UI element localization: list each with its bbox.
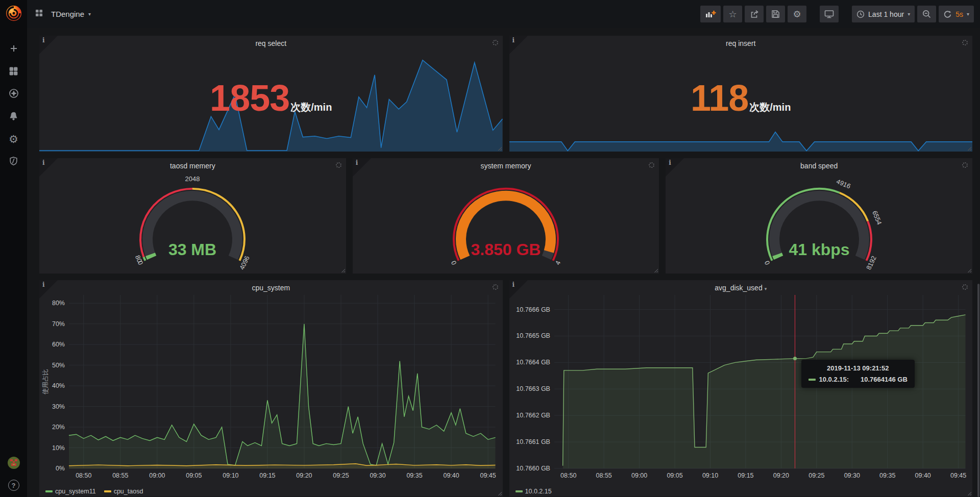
navbar-right: ☆ ⚙ Last 1 hour ▾ 5s ▾ <box>700 6 974 22</box>
svg-text:10.7660 GB: 10.7660 GB <box>516 465 550 472</box>
panel-resize-handle[interactable] <box>967 268 971 272</box>
dashboard-title-dropdown[interactable]: TDengine ▾ <box>48 9 94 19</box>
cycle-view-button[interactable] <box>820 6 839 22</box>
system-memory-gauge: 043.850 GB <box>419 170 593 271</box>
dashboard-grid-icon <box>35 9 43 19</box>
dashboard-title: TDengine <box>51 10 84 18</box>
save-icon <box>771 10 780 18</box>
legend-item[interactable]: cpu_taosd <box>104 488 143 495</box>
share-icon <box>750 10 759 18</box>
req-select-unit: 次数/min <box>290 101 332 114</box>
navbar: TDengine ▾ ☆ ⚙ Last 1 hour ▾ 5s ▾ <box>27 0 980 28</box>
legend-item[interactable]: 10.0.2.15 <box>516 488 552 495</box>
legend-item[interactable]: cpu_system11 <box>45 488 96 495</box>
svg-text:0: 0 <box>450 260 458 266</box>
band-speed-gauge: 049166554819241 kbps <box>732 170 906 271</box>
grafana-logo[interactable] <box>5 5 22 24</box>
add-panel-button[interactable] <box>700 6 721 22</box>
refresh-icon <box>943 10 952 18</box>
svg-text:09:00: 09:00 <box>631 472 647 479</box>
svg-text:6554: 6554 <box>871 210 884 226</box>
svg-text:10.7665 GB: 10.7665 GB <box>516 332 550 339</box>
svg-text:70%: 70% <box>52 320 65 328</box>
svg-text:10.7664 GB: 10.7664 GB <box>516 359 550 366</box>
panel-title[interactable]: req insert <box>509 36 973 47</box>
svg-text:09:40: 09:40 <box>915 472 930 479</box>
svg-text:3.850 GB: 3.850 GB <box>471 240 541 258</box>
svg-text:20%: 20% <box>52 424 65 431</box>
svg-text:09:15: 09:15 <box>259 472 275 479</box>
legend-swatch <box>516 490 523 492</box>
compass-icon <box>9 88 19 101</box>
cpu-system-legend: cpu_system11 cpu_taosd <box>45 488 143 495</box>
user-avatar[interactable] <box>7 456 20 471</box>
tooltip-series-label: 10.0.2.15: <box>819 376 849 383</box>
panel-avg-disk-used: i avg_disk_used▾ 08:5008:5509:0009:0509:… <box>509 280 973 496</box>
svg-text:4: 4 <box>553 260 562 266</box>
svg-text:08:55: 08:55 <box>112 472 128 479</box>
sidebar-item-create[interactable] <box>0 38 27 61</box>
star-button[interactable]: ☆ <box>723 6 742 22</box>
graph-tooltip: 2019-11-13 09:21:52 10.0.2.15: 10.766414… <box>801 360 915 388</box>
svg-text:8192: 8192 <box>865 255 878 271</box>
panel-resize-handle[interactable] <box>967 146 971 151</box>
help-icon[interactable]: ? <box>8 480 19 491</box>
panel-title[interactable]: band speed <box>666 158 972 170</box>
panel-resize-handle[interactable] <box>654 268 658 272</box>
zoom-out-button[interactable] <box>917 6 936 22</box>
panel-info-icon[interactable]: i <box>39 36 58 54</box>
panel-info-icon[interactable]: i <box>666 158 684 177</box>
panel-loading-spinner-icon <box>962 40 968 45</box>
panel-req-insert: i req insert 118 次数/min <box>509 36 973 152</box>
panel-resize-handle[interactable] <box>967 491 971 495</box>
panel-loading-spinner-icon <box>493 40 498 45</box>
sidebar-menu: ⚙ <box>0 38 27 173</box>
panel-resize-handle[interactable] <box>498 491 502 495</box>
dashboard-grid: i req select 1853 次数/min i req insert 11… <box>27 28 980 497</box>
taosd-memory-gauge: 0802048409633 MB <box>106 170 279 271</box>
share-button[interactable] <box>745 6 764 22</box>
tooltip-swatch <box>808 379 816 381</box>
panel-info-icon[interactable]: i <box>509 280 528 299</box>
svg-text:08:50: 08:50 <box>560 472 576 479</box>
chevron-down-icon: ▾ <box>908 11 910 17</box>
time-range-button[interactable]: Last 1 hour ▾ <box>852 6 915 22</box>
panel-taosd-memory: i taosd memery 0802048409633 MB <box>39 158 346 274</box>
req-select-stat: 1853 次数/min <box>39 80 503 116</box>
save-button[interactable] <box>766 6 785 22</box>
panel-title[interactable]: req select <box>39 36 503 47</box>
zoom-out-icon <box>922 10 931 18</box>
panel-title[interactable]: avg_disk_used▾ <box>509 280 973 292</box>
navbar-left: TDengine ▾ <box>35 9 94 19</box>
svg-text:40%: 40% <box>52 382 65 389</box>
refresh-button[interactable]: 5s ▾ <box>939 6 974 22</box>
sidebar: ⚙ ? <box>0 0 27 497</box>
dashboard-settings-button[interactable]: ⚙ <box>788 6 806 22</box>
svg-text:10.7663 GB: 10.7663 GB <box>516 385 550 392</box>
panel-info-icon[interactable]: i <box>509 36 528 54</box>
chevron-down-icon: ▾ <box>88 11 91 17</box>
svg-text:30%: 30% <box>52 403 65 410</box>
panel-title[interactable]: cpu_system <box>39 280 503 292</box>
svg-text:33 MB: 33 MB <box>168 240 216 258</box>
sidebar-item-server-admin[interactable] <box>0 151 27 173</box>
refresh-interval-label: 5s <box>955 10 963 18</box>
panel-title[interactable]: taosd memery <box>39 158 346 170</box>
sidebar-item-dashboards[interactable] <box>0 61 27 83</box>
sidebar-item-explore[interactable] <box>0 83 27 106</box>
panel-title[interactable]: system memory <box>353 158 659 170</box>
panel-resize-handle[interactable] <box>341 268 345 272</box>
sidebar-item-configuration[interactable]: ⚙ <box>0 128 27 151</box>
panel-info-icon[interactable]: i <box>39 158 58 177</box>
legend-swatch <box>45 490 53 492</box>
req-insert-stat: 118 次数/min <box>509 80 973 116</box>
panel-resize-handle[interactable] <box>498 146 502 151</box>
panel-info-icon[interactable]: i <box>39 280 58 299</box>
svg-text:4916: 4916 <box>835 178 852 190</box>
sidebar-item-alerting[interactable] <box>0 106 27 128</box>
scrollbar[interactable] <box>977 284 979 497</box>
panel-info-icon[interactable]: i <box>353 158 371 177</box>
svg-text:09:45: 09:45 <box>480 472 496 479</box>
shield-icon <box>9 156 18 168</box>
panel-loading-spinner-icon <box>493 284 498 290</box>
